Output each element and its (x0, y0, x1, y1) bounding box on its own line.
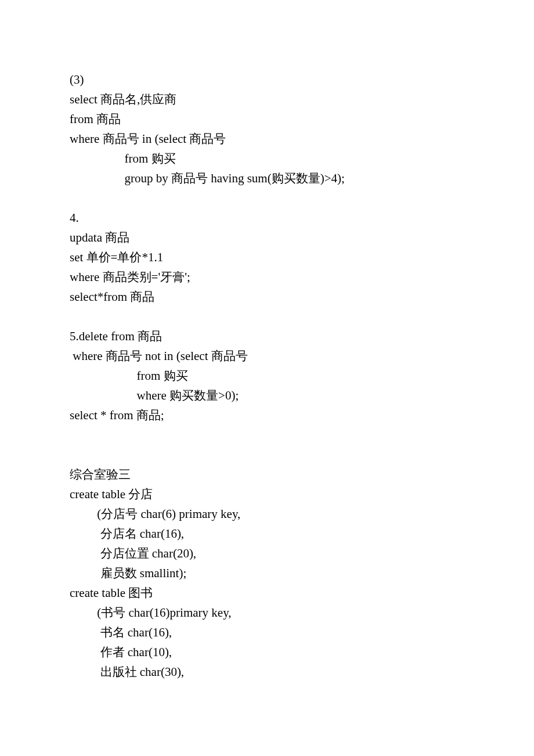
code-block: (3) select 商品名,供应商 from 商品 where 商品号 in … (70, 70, 464, 682)
document-page: (3) select 商品名,供应商 from 商品 where 商品号 in … (0, 0, 534, 717)
